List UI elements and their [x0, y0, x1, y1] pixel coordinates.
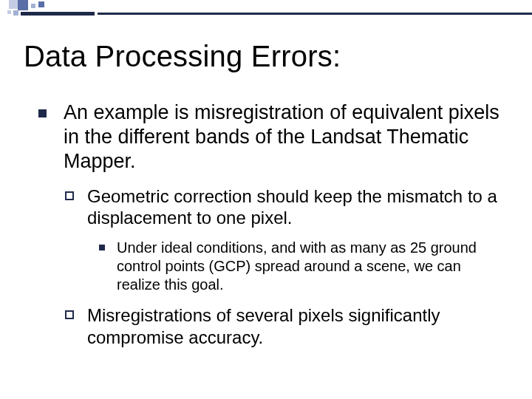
hollow-square-bullet-icon	[65, 191, 74, 200]
bullet-level1: An example is misregistration of equival…	[38, 100, 507, 174]
bullet-level2: Misregistrations of several pixels signi…	[65, 304, 507, 348]
bullet-level2: Geometric correction should keep the mis…	[65, 185, 507, 229]
header-decoration	[0, 0, 532, 18]
bullet-level2-text: Geometric correction should keep the mis…	[87, 186, 497, 228]
bullet-level2-text: Misregistrations of several pixels signi…	[87, 305, 440, 347]
slide: Data Processing Errors: An example is mi…	[0, 0, 532, 399]
bullet-level1-text: An example is misregistration of equival…	[64, 101, 499, 172]
bullet-level3: Under ideal conditions, and with as many…	[99, 239, 507, 294]
bullet-level3-text: Under ideal conditions, and with as many…	[117, 239, 477, 293]
slide-title: Data Processing Errors:	[24, 40, 341, 73]
slide-content: An example is misregistration of equival…	[38, 100, 507, 358]
small-square-bullet-icon	[99, 245, 105, 250]
square-bullet-icon	[38, 109, 47, 117]
hollow-square-bullet-icon	[65, 310, 74, 319]
